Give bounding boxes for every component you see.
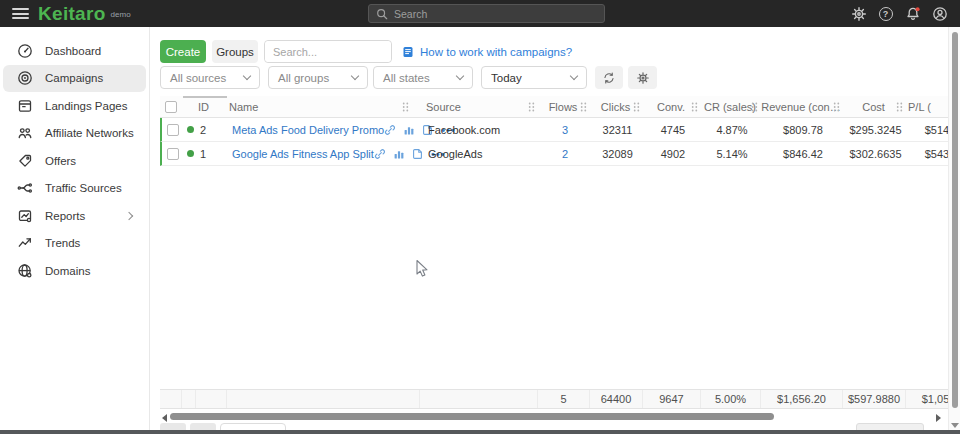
help-campaigns-link[interactable]: How to work with campaigns? bbox=[402, 40, 572, 63]
sidebar-item-label: Reports bbox=[45, 210, 126, 222]
sidebar-item-domains[interactable]: Domains bbox=[3, 257, 146, 285]
sidebar-item-landings-pages[interactable]: Landings Pages bbox=[3, 92, 146, 120]
flows-link[interactable]: 2 bbox=[539, 148, 591, 160]
cr-value: 5.14% bbox=[702, 148, 762, 160]
sidebar-item-campaigns[interactable]: Campaigns bbox=[3, 65, 146, 93]
vertical-scrollbar[interactable] bbox=[948, 27, 960, 434]
drag-handle-icon[interactable] bbox=[633, 102, 640, 112]
chevron-down-icon bbox=[570, 72, 578, 80]
select-all-checkbox[interactable] bbox=[165, 101, 177, 113]
column-header-cr-sales[interactable]: CR (sales) bbox=[700, 96, 760, 117]
filter-all-states[interactable]: All states bbox=[373, 66, 473, 89]
traffic-sources-icon bbox=[17, 180, 33, 196]
scroll-left-arrow-icon[interactable] bbox=[162, 414, 167, 422]
column-header-id[interactable]: ID bbox=[195, 96, 226, 117]
sidebar-item-affiliate-networks[interactable]: Affiliate Networks bbox=[3, 120, 146, 148]
column-header-cost[interactable]: Cost bbox=[842, 96, 905, 117]
total-pl: $1,05 bbox=[905, 390, 948, 408]
table-row[interactable]: 2 Meta Ads Food Delivery Promo ••• Faceb… bbox=[160, 118, 948, 142]
drag-handle-icon[interactable] bbox=[580, 102, 587, 112]
refresh-button[interactable] bbox=[595, 66, 623, 89]
campaign-search-input[interactable] bbox=[265, 41, 391, 62]
pl-value: $514 bbox=[907, 124, 948, 136]
flows-link[interactable]: 3 bbox=[539, 124, 591, 136]
vertical-scroll-thumb[interactable] bbox=[952, 32, 958, 408]
sidebar-item-label: Campaigns bbox=[45, 72, 136, 84]
global-search[interactable] bbox=[368, 4, 605, 23]
gear-icon bbox=[636, 71, 650, 85]
campaign-source: GoogleAds bbox=[421, 148, 539, 160]
sidebar-item-offers[interactable]: Offers bbox=[3, 147, 146, 175]
chevron-down-icon bbox=[351, 72, 359, 80]
filter-date-range[interactable]: Today bbox=[481, 66, 587, 89]
row-checkbox[interactable] bbox=[167, 124, 179, 136]
horizontal-scroll-thumb[interactable] bbox=[170, 413, 774, 420]
landings-pages-icon bbox=[17, 98, 33, 114]
drag-handle-icon[interactable] bbox=[751, 102, 758, 112]
totals-row: 5 64400 9647 5.00% $1,656.20 $597.9880 $… bbox=[160, 389, 948, 409]
app-logo[interactable]: Keitaro bbox=[38, 0, 106, 27]
row-checkbox[interactable] bbox=[167, 148, 179, 160]
pl-value: $543 bbox=[907, 148, 948, 160]
sidebar-item-label: Landings Pages bbox=[45, 100, 136, 112]
user-avatar-icon[interactable] bbox=[931, 5, 948, 22]
settings-icon[interactable] bbox=[850, 5, 867, 22]
campaign-link-icon[interactable] bbox=[374, 148, 386, 160]
notifications-bell-icon[interactable] bbox=[904, 5, 921, 22]
column-header-name[interactable]: Name bbox=[226, 96, 419, 117]
logo-badge: demo bbox=[111, 10, 131, 19]
column-header-conv[interactable]: Conv. bbox=[642, 96, 700, 117]
campaign-link-icon[interactable] bbox=[384, 124, 396, 136]
groups-button[interactable]: Groups bbox=[212, 40, 258, 63]
status-active-dot bbox=[187, 126, 194, 133]
sidebar-item-traffic-sources[interactable]: Traffic Sources bbox=[3, 175, 146, 203]
sidebar-item-reports[interactable]: Reports bbox=[3, 202, 146, 230]
horizontal-scrollbar[interactable] bbox=[160, 411, 940, 423]
filter-all-groups[interactable]: All groups bbox=[268, 66, 368, 89]
affiliate-networks-icon bbox=[17, 125, 33, 141]
column-header-clicks[interactable]: Clicks bbox=[589, 96, 642, 117]
clicks-value: 32311 bbox=[591, 124, 644, 136]
sidebar-item-label: Dashboard bbox=[45, 45, 136, 57]
filter-value: All states bbox=[383, 72, 457, 84]
column-header-flows[interactable]: Flows bbox=[537, 96, 589, 117]
sidebar-item-trends[interactable]: Trends bbox=[3, 230, 146, 258]
sidebar-item-dashboard[interactable]: Dashboard bbox=[3, 37, 146, 65]
revenue-value: $846.42 bbox=[762, 148, 844, 160]
reports-icon bbox=[17, 208, 33, 224]
drag-handle-icon[interactable] bbox=[896, 102, 903, 112]
clicks-value: 32089 bbox=[591, 148, 644, 160]
dashboard-icon bbox=[17, 43, 33, 59]
table-settings-button[interactable] bbox=[628, 66, 657, 89]
scroll-right-arrow-icon[interactable] bbox=[936, 414, 941, 422]
column-header-revenue[interactable]: Revenue (con… bbox=[760, 96, 842, 117]
total-revenue: $1,656.20 bbox=[760, 390, 842, 408]
column-header-pl[interactable]: P/L ( bbox=[905, 96, 948, 117]
campaign-source: Facebook.com bbox=[421, 124, 539, 136]
campaign-name-link[interactable]: Meta Ads Food Delivery Promo bbox=[232, 124, 384, 136]
global-search-input[interactable] bbox=[394, 8, 597, 20]
stats-chart-icon[interactable] bbox=[403, 124, 415, 136]
total-conv: 9647 bbox=[642, 390, 700, 408]
drag-handle-icon[interactable] bbox=[833, 102, 840, 112]
topbar: Keitaro demo ? bbox=[0, 0, 960, 27]
sidebar-item-label: Domains bbox=[45, 265, 136, 277]
menu-icon[interactable] bbox=[12, 8, 29, 19]
campaign-id: 1 bbox=[197, 148, 228, 160]
column-header-source[interactable]: Source bbox=[419, 96, 537, 117]
drag-handle-icon[interactable] bbox=[691, 102, 698, 112]
filter-all-sources[interactable]: All sources bbox=[160, 66, 260, 89]
table-row[interactable]: 1 Google Ads Fitness App Split ••• Googl… bbox=[160, 142, 948, 166]
help-icon[interactable]: ? bbox=[877, 5, 894, 22]
conv-value: 4745 bbox=[644, 124, 702, 136]
drag-handle-icon[interactable] bbox=[402, 102, 409, 112]
filter-value: All sources bbox=[170, 72, 244, 84]
create-button[interactable]: Create bbox=[160, 40, 206, 63]
campaign-name-link[interactable]: Google Ads Fitness App Split bbox=[232, 148, 374, 160]
main-content: Create Groups How to work with campaigns… bbox=[150, 27, 948, 431]
drag-handle-icon[interactable] bbox=[528, 102, 535, 112]
offers-icon bbox=[17, 153, 33, 169]
stats-chart-icon[interactable] bbox=[393, 148, 405, 160]
scroll-down-arrow-icon[interactable] bbox=[951, 423, 959, 428]
total-cost: $597.9880 bbox=[842, 390, 905, 408]
